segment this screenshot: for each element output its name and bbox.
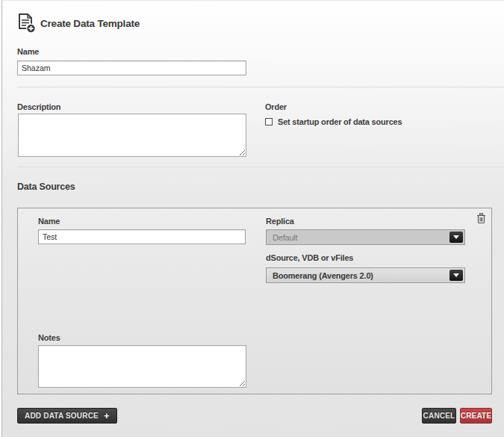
dataset-dropdown-arrow-icon[interactable] <box>449 270 463 281</box>
replica-select[interactable]: Default <box>266 229 465 245</box>
add-data-source-button[interactable]: ADD DATA SOURCE+ <box>17 408 117 424</box>
description-textarea[interactable] <box>18 114 246 157</box>
replica-select-value: Default <box>273 233 449 242</box>
startup-order-checkbox-label: Set startup order of data sources <box>278 117 402 126</box>
dataset-select-value: Boomerang (Avengers 2.0) <box>273 271 449 280</box>
notes-label: Notes <box>38 333 60 342</box>
create-button[interactable]: CREATE <box>460 408 492 424</box>
description-label: Description <box>17 102 60 111</box>
create-button-label: CREATE <box>461 412 492 420</box>
name-label: Name <box>17 47 39 56</box>
plus-icon: + <box>104 411 110 421</box>
startup-order-option[interactable]: Set startup order of data sources <box>265 117 402 126</box>
add-data-source-label: ADD DATA SOURCE <box>25 412 99 420</box>
divider-data-sources <box>17 167 504 167</box>
name-input[interactable] <box>17 61 246 75</box>
notes-textarea[interactable] <box>38 345 246 388</box>
cancel-button[interactable]: CANCEL <box>422 408 456 424</box>
delete-data-source-button[interactable] <box>476 213 486 224</box>
divider-top <box>17 87 504 87</box>
startup-order-checkbox[interactable] <box>265 118 273 125</box>
source-name-label: Name <box>38 217 60 226</box>
dataset-label: dSource, VDB or vFiles <box>266 253 353 262</box>
source-name-input[interactable] <box>38 229 246 244</box>
replica-label: Replica <box>266 217 294 226</box>
dataset-select[interactable]: Boomerang (Avengers 2.0) <box>266 267 465 283</box>
cancel-button-label: CANCEL <box>423 412 455 420</box>
data-sources-section-title: Data Sources <box>17 182 75 192</box>
order-label: Order <box>265 102 287 111</box>
page-title: Create Data Template <box>40 18 140 29</box>
replica-dropdown-arrow-icon[interactable] <box>449 232 463 243</box>
document-add-icon <box>17 13 36 34</box>
create-data-template-dialog: Create Data Template Name Description Or… <box>1 0 504 437</box>
data-source-card: Name Replica Default dSource, VDB or vFi… <box>17 208 492 394</box>
